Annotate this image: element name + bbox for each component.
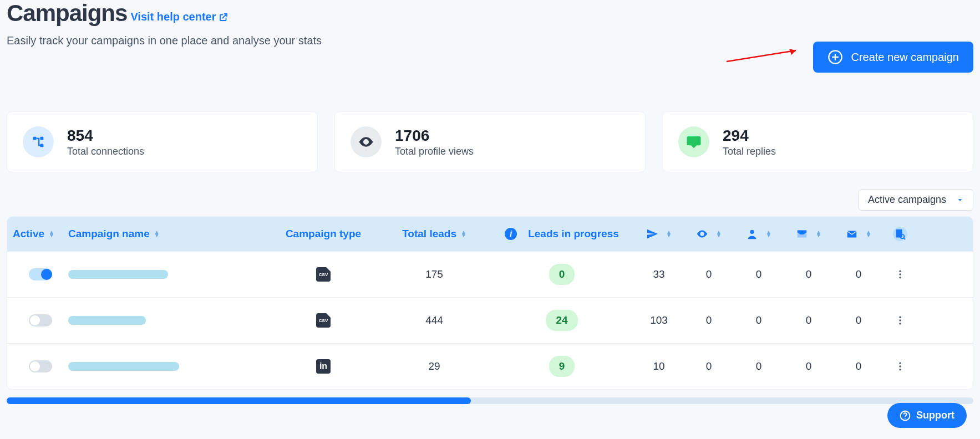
search-doc-icon <box>894 228 906 240</box>
table-row: CSV 175 0 33 0 0 0 0 <box>7 251 973 297</box>
leads-progress-badge: 9 <box>549 356 575 377</box>
external-link-icon <box>219 12 229 22</box>
sort-icon: ▲▼ <box>666 231 672 237</box>
svg-point-22 <box>899 369 901 370</box>
support-button[interactable]: Support <box>887 403 967 426</box>
col-header-leads-label: Total leads <box>402 228 456 240</box>
create-campaign-button[interactable]: Create new campaign <box>813 42 973 73</box>
table-header-row: Active ▲▼ Campaign name ▲▼ Campaign type… <box>7 217 973 251</box>
views-value: 1706 <box>395 127 474 145</box>
col-header-active[interactable]: Active ▲▼ <box>13 228 68 240</box>
annotation-arrow <box>724 45 807 67</box>
horizontal-scrollbar[interactable] <box>7 397 973 404</box>
metric-sent-value: 33 <box>634 268 684 280</box>
inbox-icon <box>796 228 808 240</box>
metric-mail-value: 0 <box>834 360 883 372</box>
metric-sent-value: 10 <box>634 360 684 372</box>
svg-point-24 <box>905 417 906 418</box>
svg-point-16 <box>899 277 901 278</box>
col-header-progress-label: Leads in progress <box>528 228 619 240</box>
metric-inbox-value: 0 <box>784 268 834 280</box>
metric-contacts-value: 0 <box>734 268 784 280</box>
col-header-contacts[interactable]: ▲▼ <box>734 228 784 240</box>
col-header-details[interactable] <box>883 227 917 241</box>
campaign-name-redacted <box>68 270 168 279</box>
help-center-label: Visit help center <box>130 11 216 23</box>
create-campaign-label: Create new campaign <box>851 51 959 64</box>
svg-point-14 <box>899 270 901 272</box>
sort-icon: ▲▼ <box>154 231 160 237</box>
metric-mail-value: 0 <box>834 314 883 326</box>
metric-mail-value: 0 <box>834 268 883 280</box>
active-toggle[interactable] <box>29 360 52 372</box>
campaign-name-redacted <box>68 316 146 325</box>
metric-inbox-value: 0 <box>784 314 834 326</box>
col-header-sent[interactable]: ▲▼ <box>634 228 684 240</box>
svg-point-21 <box>899 365 901 367</box>
row-menu-button[interactable] <box>895 315 906 326</box>
leads-progress-badge: 24 <box>546 310 577 331</box>
col-header-type[interactable]: Campaign type <box>268 228 379 240</box>
sort-icon: ▲▼ <box>49 231 54 237</box>
person-icon <box>746 228 758 240</box>
stat-card-views: 1706 Total profile views <box>334 111 646 172</box>
sort-icon: ▲▼ <box>816 231 821 237</box>
connections-value: 854 <box>67 127 144 145</box>
svg-point-8 <box>365 141 368 144</box>
leads-progress-badge: 0 <box>549 264 575 285</box>
help-icon <box>900 410 911 421</box>
svg-point-17 <box>899 317 901 318</box>
active-toggle[interactable] <box>29 314 52 326</box>
table-row: in 29 9 10 0 0 0 0 <box>7 343 973 389</box>
total-leads-value: 444 <box>379 314 490 326</box>
active-toggle[interactable] <box>29 268 52 280</box>
sort-icon: ▲▼ <box>766 231 771 237</box>
metric-views-value: 0 <box>684 360 734 372</box>
sort-icon: ▲▼ <box>716 231 722 237</box>
chevron-down-icon <box>956 196 964 204</box>
col-header-type-label: Campaign type <box>286 228 361 240</box>
col-header-progress[interactable]: i Leads in progress <box>490 228 634 240</box>
mail-icon <box>846 228 858 240</box>
svg-line-13 <box>903 238 905 239</box>
col-header-views[interactable]: ▲▼ <box>684 228 734 240</box>
metric-contacts-value: 0 <box>734 360 784 372</box>
total-leads-value: 175 <box>379 268 490 280</box>
connections-icon <box>23 126 54 157</box>
campaign-filter-select[interactable]: Active campaigns <box>859 189 973 211</box>
svg-point-19 <box>899 323 901 324</box>
metric-views-value: 0 <box>684 314 734 326</box>
row-menu-button[interactable] <box>895 361 906 372</box>
stat-card-replies: 294 Total replies <box>662 111 973 172</box>
sort-icon: ▲▼ <box>461 231 466 237</box>
col-header-inbox[interactable]: ▲▼ <box>784 228 834 240</box>
stat-card-connections: 854 Total connections <box>7 111 318 172</box>
svg-line-0 <box>727 50 796 62</box>
replies-value: 294 <box>723 127 776 145</box>
svg-point-9 <box>750 230 754 234</box>
svg-rect-6 <box>40 137 44 140</box>
campaign-filter-value: Active campaigns <box>868 194 946 206</box>
col-header-name[interactable]: Campaign name ▲▼ <box>68 228 268 240</box>
scrollbar-thumb[interactable] <box>7 397 471 404</box>
col-header-name-label: Campaign name <box>68 228 150 240</box>
metric-views-value: 0 <box>684 268 734 280</box>
send-icon <box>646 228 658 240</box>
help-center-link[interactable]: Visit help center <box>130 11 228 27</box>
svg-point-20 <box>899 363 901 364</box>
col-header-mail[interactable]: ▲▼ <box>834 228 883 240</box>
svg-rect-5 <box>33 137 37 140</box>
campaigns-table: Active ▲▼ Campaign name ▲▼ Campaign type… <box>7 216 973 390</box>
metric-contacts-value: 0 <box>734 314 784 326</box>
total-leads-value: 29 <box>379 360 490 372</box>
views-label: Total profile views <box>395 146 474 157</box>
col-header-active-label: Active <box>13 228 44 240</box>
row-menu-button[interactable] <box>895 269 906 280</box>
col-header-leads[interactable]: Total leads ▲▼ <box>379 228 490 240</box>
svg-point-18 <box>899 319 901 321</box>
sort-icon: ▲▼ <box>866 231 871 237</box>
csv-file-icon: CSV <box>316 313 331 328</box>
svg-rect-11 <box>896 229 902 238</box>
svg-point-15 <box>899 273 901 275</box>
linkedin-icon: in <box>316 359 331 374</box>
